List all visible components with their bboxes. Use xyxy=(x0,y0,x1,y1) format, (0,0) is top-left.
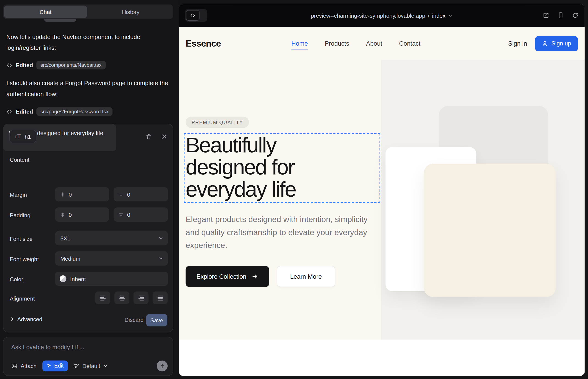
decorative-cream-card xyxy=(424,164,556,297)
edited-label: Edited xyxy=(16,109,33,115)
composer-toolbar: Attach Edit Default xyxy=(11,360,168,371)
text-type-icon: тT xyxy=(15,133,21,141)
margin-horizontal-icon xyxy=(60,191,65,197)
nav-link-home[interactable]: Home xyxy=(292,40,308,50)
font-weight-value: Medium xyxy=(60,255,80,262)
color-label: Color xyxy=(10,276,23,283)
url-separator: / xyxy=(428,12,430,19)
nav-link-about[interactable]: About xyxy=(366,40,382,47)
font-size-select[interactable]: 5XL xyxy=(55,231,168,245)
chevron-down-icon xyxy=(103,363,108,368)
hero-paragraph[interactable]: Elegant products designed with intention… xyxy=(186,213,370,252)
edited-file-row: Edited src/pages/ForgotPassword.tsx xyxy=(6,107,113,117)
align-right-button[interactable] xyxy=(134,292,148,304)
nav-link-products[interactable]: Products xyxy=(325,40,349,47)
edit-cursor-icon xyxy=(46,363,52,368)
site-navbar: Essence Home Products About Contact Sign… xyxy=(179,27,585,60)
edited-label: Edited xyxy=(16,62,33,68)
chat-message: I should also create a Forgot Password p… xyxy=(6,78,170,99)
discard-button[interactable]: Discard xyxy=(124,316,144,323)
url-bar: preview--charming-site-symphony.lovable.… xyxy=(179,4,585,27)
nav-link-contact[interactable]: Contact xyxy=(399,40,420,47)
site-logo[interactable]: Essence xyxy=(186,38,221,49)
font-weight-select[interactable]: Medium xyxy=(55,252,168,266)
hero-heading[interactable]: Beautifully designed for everyday life xyxy=(186,134,296,200)
explore-collection-button[interactable]: Explore Collection xyxy=(186,266,269,287)
margin-y-input[interactable]: 0 xyxy=(113,187,168,201)
default-label: Default xyxy=(82,363,100,369)
align-justify-button[interactable] xyxy=(153,292,168,304)
chevron-down-icon xyxy=(158,256,164,261)
arrow-right-icon xyxy=(252,273,258,280)
premium-quality-badge: PREMIUM QUALITY xyxy=(186,117,249,128)
edited-file-row: Edited src/components/Navbar.tsx xyxy=(6,60,106,70)
chevron-down-icon xyxy=(158,236,164,241)
refresh-icon[interactable] xyxy=(572,12,579,19)
chat-sidebar: Chat History Now let's update the Navbar… xyxy=(0,0,178,379)
alignment-label: Alignment xyxy=(10,295,35,302)
composer-panel: Attach Edit Default xyxy=(3,337,173,376)
margin-y-value: 0 xyxy=(127,191,130,198)
font-weight-label: Font weight xyxy=(10,256,39,262)
edit-mode-button[interactable]: Edit xyxy=(42,360,68,371)
preview-window: preview--charming-site-symphony.lovable.… xyxy=(179,4,585,376)
padding-x-input[interactable]: 0 xyxy=(55,207,109,222)
content-label: Content xyxy=(10,157,30,163)
margin-x-input[interactable]: 0 xyxy=(55,187,109,201)
hero-cta-row: Explore Collection Learn More xyxy=(186,266,335,287)
chevron-right-icon xyxy=(10,316,15,321)
send-button[interactable] xyxy=(157,360,168,371)
padding-vertical-icon xyxy=(118,212,124,218)
edit-label: Edit xyxy=(54,363,63,369)
composer-input[interactable] xyxy=(11,344,165,350)
learn-more-button[interactable]: Learn More xyxy=(277,266,335,287)
margin-x-value: 0 xyxy=(69,191,72,198)
app-window: Chat History Now let's update the Navbar… xyxy=(0,0,588,379)
tab-chat[interactable]: Chat xyxy=(4,6,87,18)
chat-history-tabbar: Chat History xyxy=(3,5,173,19)
align-left-button[interactable] xyxy=(95,292,110,304)
element-editor-panel: тT h1 Content Margin 0 xyxy=(3,124,173,332)
code-icon xyxy=(6,62,12,68)
sign-in-link[interactable]: Sign in xyxy=(508,40,527,47)
delete-element-button[interactable] xyxy=(144,132,154,142)
chevron-down-icon xyxy=(448,14,453,18)
padding-label: Padding xyxy=(10,212,31,218)
margin-label: Margin xyxy=(10,192,27,198)
preview-toolbar: preview--charming-site-symphony.lovable.… xyxy=(179,4,585,27)
attach-button[interactable]: Attach xyxy=(11,363,36,369)
user-icon xyxy=(542,41,548,47)
selected-element-pill: тT h1 xyxy=(9,130,36,143)
code-icon xyxy=(186,10,200,21)
font-size-value: 5XL xyxy=(60,235,70,241)
element-tag-label: h1 xyxy=(25,133,31,140)
image-icon xyxy=(11,363,18,369)
sign-up-label: Sign up xyxy=(551,40,571,47)
font-size-label: Font size xyxy=(10,236,33,242)
open-in-new-tab-icon[interactable] xyxy=(542,12,549,19)
sign-up-button[interactable]: Sign up xyxy=(535,36,578,51)
tab-history[interactable]: History xyxy=(89,6,172,18)
site-preview: Essence Home Products About Contact Sign… xyxy=(179,27,585,376)
default-mode-button[interactable]: Default xyxy=(73,363,108,369)
site-nav: Home Products About Contact xyxy=(292,40,421,47)
preview-url: preview--charming-site-symphony.lovable.… xyxy=(311,12,425,19)
color-swatch-icon xyxy=(60,275,66,282)
color-select[interactable]: Inherit xyxy=(55,272,168,286)
explore-collection-label: Explore Collection xyxy=(197,273,246,280)
save-button[interactable]: Save xyxy=(146,314,167,327)
padding-y-value: 0 xyxy=(127,211,130,218)
close-editor-button[interactable] xyxy=(159,132,169,142)
edited-file-badge[interactable]: src/pages/ForgotPassword.tsx xyxy=(36,107,113,116)
align-center-button[interactable] xyxy=(114,292,129,304)
mobile-view-icon[interactable] xyxy=(557,12,564,19)
page-selector-value: index xyxy=(432,12,446,19)
code-view-toggle[interactable] xyxy=(185,9,207,22)
color-value: Inherit xyxy=(70,276,86,282)
padding-y-input[interactable]: 0 xyxy=(113,207,168,222)
margin-vertical-icon xyxy=(118,191,124,197)
advanced-toggle[interactable]: Advanced xyxy=(10,316,42,322)
attach-label: Attach xyxy=(21,363,37,369)
chat-message: Now let's update the Navbar component to… xyxy=(6,32,170,53)
edited-file-badge[interactable]: src/components/Navbar.tsx xyxy=(36,61,106,69)
